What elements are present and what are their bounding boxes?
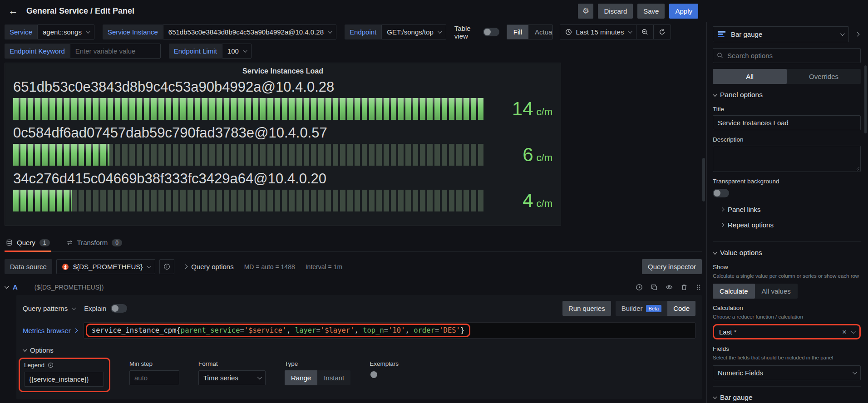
chevron-down-icon	[23, 347, 27, 352]
all-values-option[interactable]: All values	[755, 284, 798, 299]
query-patterns-dropdown[interactable]: Query patterns	[23, 305, 75, 312]
legend-input[interactable]	[24, 372, 104, 387]
min-step-input[interactable]	[129, 370, 179, 385]
panel-title-input[interactable]	[713, 115, 861, 130]
chevron-down-icon	[628, 29, 632, 34]
transparent-background-label: Transparent background	[713, 178, 861, 185]
table-view-label: Table view	[454, 25, 478, 40]
chevron-down-icon	[853, 370, 857, 374]
zoom-out-button[interactable]	[636, 25, 654, 39]
metrics-browser-link[interactable]: Metrics browser	[23, 327, 77, 334]
datasource-picker[interactable]: ${DS_PROMETHEUS}	[56, 259, 155, 274]
query-options-toggle[interactable]: Query options	[184, 263, 233, 270]
type-field: Type Range Instant	[285, 360, 350, 385]
apply-button[interactable]: Apply	[669, 4, 698, 19]
fill-option[interactable]: Fill	[507, 25, 528, 39]
delete-icon[interactable]	[681, 284, 688, 291]
chevron-down-icon	[86, 29, 90, 34]
chevron-down-icon	[713, 92, 717, 97]
prometheus-icon	[62, 263, 69, 270]
sidebar-scrollbar[interactable]	[864, 65, 867, 133]
range-option[interactable]: Range	[285, 370, 317, 385]
run-queries-button[interactable]: Run queries	[562, 301, 611, 316]
description-field: Description	[713, 136, 861, 172]
actual-option[interactable]: Actual	[528, 25, 553, 39]
info-icon	[48, 362, 54, 368]
table-view-toggle[interactable]	[483, 28, 499, 36]
tab-transform[interactable]: Transform 0	[65, 236, 123, 251]
hide-response-icon[interactable]	[666, 284, 673, 291]
endpoint-keyword-label: Endpoint Keyword	[5, 44, 70, 59]
tab-query[interactable]: Query 1	[5, 236, 51, 251]
repeat-options-section[interactable]: Repeat options	[720, 220, 861, 236]
search-options-input[interactable]	[713, 48, 861, 63]
tab-overrides[interactable]: Overrides	[787, 69, 861, 84]
type-label: Type	[285, 360, 298, 367]
visualization-picker[interactable]: Bar gauge	[713, 26, 849, 42]
collapse-query-icon[interactable]	[5, 284, 9, 289]
chevron-right-icon	[855, 32, 860, 37]
service-instance-label: Service Instance	[103, 25, 163, 39]
bar-fill	[13, 190, 72, 211]
endpoint-keyword-input[interactable]	[70, 44, 161, 59]
legend-label: Legend	[24, 362, 44, 369]
description-label: Description	[713, 136, 861, 143]
endpoint-picker[interactable]: GET:/songs/top	[381, 25, 446, 39]
zoom-out-icon	[641, 29, 648, 35]
tab-all[interactable]: All	[713, 69, 787, 84]
chevron-right-icon	[73, 328, 78, 333]
instance-name: 651db53c0e3843d8b9c4c53a90b4992a@10.4.0.…	[13, 78, 552, 97]
calculate-option[interactable]: Calculate	[713, 284, 755, 299]
query-toolbar: Query patterns Explain Run queries Build…	[23, 301, 695, 316]
refresh-button[interactable]	[653, 25, 671, 39]
history-icon[interactable]	[636, 284, 643, 291]
back-arrow-icon[interactable]: ←	[6, 4, 20, 18]
code-option[interactable]: Code	[667, 301, 695, 316]
title-label: Title	[713, 106, 861, 113]
explain-toggle[interactable]	[111, 304, 127, 313]
visualization-name: Bar gauge	[731, 30, 836, 38]
clear-icon[interactable]: ×	[842, 328, 847, 336]
panel-preview: Service Instances Load 651db53c0e3843d8b…	[5, 63, 561, 226]
options-pane-collapse-button[interactable]	[854, 31, 861, 38]
builder-option[interactable]: Builder Beta	[616, 301, 667, 316]
endpoint-limit-picker[interactable]: 100	[222, 44, 252, 59]
panel-links-section[interactable]: Panel links	[720, 199, 861, 220]
query-inspector-button[interactable]: Query inspector	[642, 259, 702, 274]
min-step-field: Min step	[129, 360, 179, 385]
discard-button[interactable]: Discard	[598, 4, 633, 19]
chevron-down-icon	[713, 250, 717, 255]
grafana-edit-panel: ← General Service / Edit Panel ⚙ Discard…	[0, 0, 868, 403]
time-range-picker[interactable]: Last 15 minutes	[560, 25, 637, 39]
main-scrollbar[interactable]	[702, 158, 705, 202]
service-picker[interactable]: agent::songs	[37, 25, 94, 39]
format-label: Format	[198, 360, 218, 367]
datasource-help-button[interactable]	[159, 259, 174, 274]
panel-title: Service Instances Load	[13, 67, 552, 75]
chevron-down-icon	[72, 305, 76, 310]
transparent-background-toggle[interactable]	[713, 189, 729, 197]
fields-help: Select the fields that should be include…	[713, 354, 861, 362]
options-collapse[interactable]: Options	[23, 346, 695, 354]
save-button[interactable]: Save	[637, 4, 665, 19]
instant-option[interactable]: Instant	[317, 370, 350, 385]
service-instance-picker[interactable]: 651db53c0e3843d8b9c4c53a90b4992a@10.4.0.…	[163, 25, 336, 39]
description-textarea[interactable]	[713, 146, 861, 172]
fill-actual-segment: Fill Actual	[507, 25, 553, 39]
settings-button[interactable]: ⚙	[578, 4, 593, 19]
value-options-section[interactable]: Value options	[713, 241, 861, 258]
bar-gauge-section[interactable]: Bar gauge	[713, 386, 861, 403]
panel-options-section[interactable]: Panel options	[713, 84, 861, 100]
chevron-down-icon	[257, 375, 262, 379]
fields-select[interactable]: Numeric Fields	[713, 365, 861, 380]
service-instance-value: 651db53c0e3843d8b9c4c53a90b4992a@10.4.0.…	[168, 28, 324, 36]
drag-handle-icon[interactable]	[695, 284, 702, 291]
query-expression-text: service_instance_cpm{parent_service='$se…	[92, 326, 464, 334]
duplicate-icon[interactable]	[651, 284, 658, 291]
query-expression-input[interactable]: service_instance_cpm{parent_service='$se…	[84, 322, 695, 339]
service-value: agent::songs	[43, 28, 82, 36]
calculation-select[interactable]: Last * ×	[713, 324, 861, 339]
format-select[interactable]: Time series	[198, 370, 266, 385]
query-item-actions	[636, 284, 702, 291]
legend-annotation: Legend	[19, 358, 110, 392]
